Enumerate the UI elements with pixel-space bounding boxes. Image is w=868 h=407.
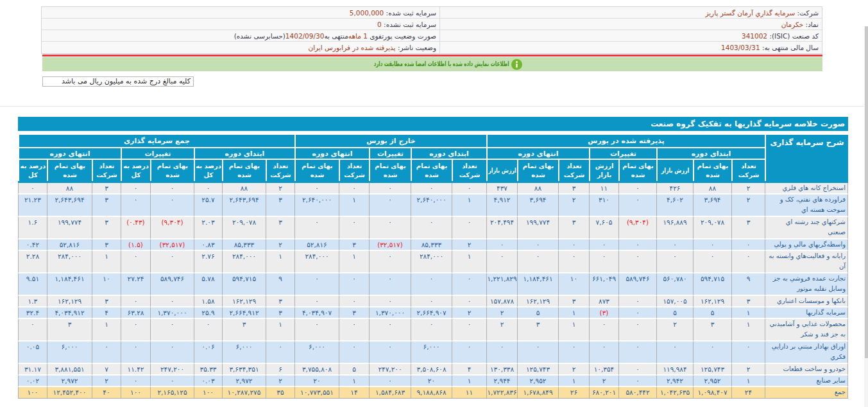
value-cell: ۱,۱۸۴,۴۶۱ [517,273,558,296]
value-cell: ۰ [294,217,339,239]
value-cell: ۵۹۴,۷۱۵ [693,273,731,296]
value-cell: ۰ [369,376,411,387]
industry-name-cell: فراورده هاي نفتي، کک و سوخت هسته اي [765,195,848,217]
value-cell: ۲۰ [294,376,339,387]
value-cell: ۰ [618,342,656,364]
value-cell: ۳۱۰ [589,195,618,217]
value-cell: ۰ [150,376,194,387]
value-cell: ۱ [339,376,369,387]
value-cell: ۰ [693,251,731,273]
value-cell: ۲ [558,364,589,376]
value-cell: ۱ [558,319,589,342]
value-cell: ۴ [92,307,121,319]
value-cell: ۰ [369,183,411,195]
value-cell: ۰.۸۳ [194,239,222,251]
value-cell: ۶۸۰,۲۰۱ [589,387,618,399]
value-cell: ۳۱.۱۷ [18,364,47,376]
value-cell: ۳۵.۳۳ [194,364,222,376]
column-header: تعداد شرکت [92,160,121,181]
table-row: فراورده هاي نفتي، کک و سوخت هسته اي۲۳,۶۹… [18,195,848,217]
value-cell: ۸۸ [693,183,731,195]
value-cell: ۲,۱۶۵,۱۲۵ [150,387,194,399]
scrollbar-thumb[interactable] [865,26,868,358]
info-label: ‌منتهی به [324,32,348,40]
value-cell: ۱.۵۸ [194,296,222,307]
scrollbar-track[interactable] [864,26,868,407]
value-cell: ۱۹۶,۸۸۹ [656,217,693,239]
value-cell: ۰ [486,239,517,251]
value-cell: ۳ [339,239,369,251]
value-cell: ۰ [656,251,693,273]
value-cell: ۲۸۴,۰۰۰ [294,251,339,273]
value-cell: ۲۴۷,۲۰۰ [369,364,411,376]
value-cell: ۲۰۴,۴۹۴ [486,217,517,239]
value-cell: ۰ [517,251,558,273]
value-cell: ۳ [517,319,558,342]
value-cell: ۱,۰۹۸,۴۰۷ [693,387,731,399]
value-cell: ۱۵۷,۰۰۵ [656,296,693,307]
value-cell: ۱.۳ [18,296,47,307]
info-cell: نماد: خکرمان [439,19,822,30]
value-cell: ۲۸۴,۰۰۰ [411,251,452,273]
value-cell: ۲ [731,195,765,217]
investment-summary-table: شرح سرمایه گذاریپذیرفته شده در بورسخارج … [18,135,848,399]
table-row: خودرو و ساخت قطعات۲۱۲۵,۷۴۳۱۱۹,۹۸۴۰۱۰,۳۵۴… [18,364,848,376]
table-row: تجارت عمده فروشي به جز وسايل نقليه موتور… [18,273,848,296]
period-header: تغییرات [369,148,411,160]
value-cell: ۲ [731,183,765,195]
signature-notice-bar: اطلاعات نمایش داده شده با اطلاعات امضا ش… [42,57,822,71]
value-cell: ۱۶۲,۱۲۹ [222,296,266,307]
value-cell: ۰ [558,342,589,364]
value-cell: ۰ [121,376,150,387]
table-row: استخراج کانه هاي فلزي۲۸۸۴۲۶۰۱۱۳۸۸۴۳۷۰۰۰۰… [18,183,848,195]
info-value: 1402/09/30 [285,32,325,40]
value-cell: ۰ [121,296,150,307]
value-cell: ۳ [92,296,121,307]
value-cell: ۲۵.۷ [194,195,222,217]
company-info-table: شرکت: سرمايه گذاري آرمان گستر پاريزسرمای… [41,6,822,54]
value-cell: ۰ [121,342,150,364]
value-cell: ۳,۶۳۴,۳۵۱ [222,364,266,376]
value-cell: ۲۱.۲۳ [18,195,47,217]
info-row: کد صنعت (ISIC): 341002صورت وضعیت پورتفوی… [42,30,822,42]
value-cell: ۱ [452,195,486,217]
value-cell: ۱۱.۴۲ [121,364,150,376]
value-cell: (۳) [589,307,618,319]
value-cell: ۰ [121,319,150,342]
period-header: انتهای دوره [18,148,121,160]
value-cell: ۲,۶۴۰,۰۰۰ [294,195,339,217]
page: شرکت: سرمايه گذاري آرمان گستر پاريزسرمای… [0,0,868,407]
value-cell: ۰ [656,342,693,364]
table-row: اوراق بهادار مبتني بر دارايي فکري۰۰۰۰۰۰۰… [18,342,848,364]
value-cell: ۰ [452,319,486,342]
section-divider [0,106,868,107]
industry-name-cell: جمع [765,387,848,399]
value-cell: ۵ [693,307,731,319]
value-cell: ۱۳۰,۳۳۸ [486,364,517,376]
value-cell: ۳۲.۴ [18,307,47,319]
value-cell: ۱۶۲,۱۲۹ [517,296,558,307]
value-cell: ۲,۹۵۲ [517,376,558,387]
value-cell: ۶,۰۰۰ [411,342,452,364]
value-cell: ۰ [121,251,150,273]
value-cell: ۳ [558,183,589,195]
value-cell: ۱,۶۷۸,۸۴۹ [517,387,558,399]
value-cell: ۵ [656,307,693,319]
value-cell: ۲۰۹,۰۷۸ [222,217,266,239]
value-cell: ۲۵.۹ [194,307,222,319]
value-cell: ۳۵ [266,387,294,399]
value-cell: ۳ [47,319,92,342]
value-cell: ۰.۰۶ [194,342,222,364]
value-cell: ۱ [731,307,765,319]
value-cell: ۰ [18,319,47,342]
industry-name-cell: واسطه‌گريهاي مالي و پولي [765,239,848,251]
value-cell: ۴ [452,364,486,376]
column-header: درصد به کل [194,160,222,181]
value-cell: ۵۹۴,۷۱۵ [222,273,266,296]
value-cell: ۱ [731,319,765,342]
value-cell: ۱ [339,251,369,273]
value-cell: ۱۹۹,۷۷۴ [47,217,92,239]
value-cell: ۰ [294,273,339,296]
value-cell: ۰ [589,319,618,342]
value-cell: ۵ [517,307,558,319]
